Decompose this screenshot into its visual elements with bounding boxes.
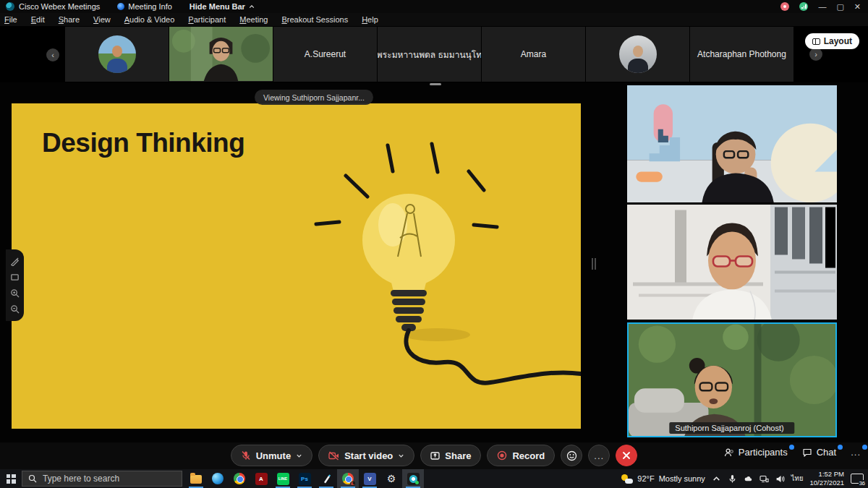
chevron-up-icon	[249, 4, 255, 9]
hide-menu-bar-button[interactable]: Hide Menu Bar	[190, 2, 255, 11]
participant-tile-avatar[interactable]	[65, 27, 169, 82]
taskbar-line[interactable]: LINE	[272, 469, 294, 488]
start-video-button[interactable]: Start video	[318, 445, 414, 466]
taskbar-settings[interactable]: ⚙	[380, 469, 402, 488]
filmstrip-scroll-left-button[interactable]: ‹	[46, 48, 59, 61]
minimize-button[interactable]: —	[818, 3, 826, 11]
record-icon	[497, 450, 507, 461]
close-x-icon	[622, 451, 631, 460]
avatar	[619, 35, 657, 73]
video-tile[interactable]	[627, 205, 837, 320]
edge-icon	[212, 473, 224, 484]
meeting-controlbar: Unmute Start video Share Record ...	[0, 442, 868, 469]
participant-tile-name[interactable]: Amara	[482, 27, 586, 82]
filmstrip-scroll-right-button[interactable]: ›	[809, 48, 822, 61]
participant-tile-name[interactable]: A.Sureerut	[273, 27, 378, 82]
taskbar-edge[interactable]	[207, 469, 229, 488]
menu-audio-video[interactable]: Audio & Video	[124, 15, 175, 24]
taskbar-pen-app[interactable]	[315, 469, 337, 488]
notification-dot	[789, 445, 794, 450]
participant-tile-video[interactable]	[169, 27, 273, 82]
search-input[interactable]	[43, 474, 166, 484]
participant-video	[629, 324, 835, 436]
menu-help[interactable]: Help	[362, 15, 378, 24]
taskbar-photoshop[interactable]: Ps	[294, 469, 315, 488]
titlebar: Cisco Webex Meetings Meeting Info Hide M…	[0, 0, 868, 13]
maximize-button[interactable]: ▢	[836, 3, 843, 11]
shared-content-stage: Design Thinking Viewing Suthiporn Sajjap…	[0, 82, 868, 442]
share-button[interactable]: Share	[420, 445, 481, 466]
video-tile[interactable]	[627, 85, 837, 202]
participants-button[interactable]: Participants	[724, 447, 788, 458]
taskbar-chrome[interactable]	[229, 469, 250, 488]
participant-tile-name[interactable]: Atcharaphan Phothong	[690, 27, 794, 82]
taskbar-file-explorer[interactable]	[185, 469, 207, 488]
participant-video-thumbnail	[169, 27, 273, 81]
active-speaker-label: Suthiporn Sajjapanroj (Cohost)	[669, 422, 794, 434]
panel-splitter-handle[interactable]	[592, 258, 596, 270]
layout-button[interactable]: Layout	[805, 33, 859, 49]
pen-app-icon	[321, 474, 332, 484]
visio-icon: V	[364, 473, 376, 485]
filmstrip-resize-handle[interactable]	[430, 83, 441, 85]
notification-count-badge: 36	[859, 480, 866, 487]
avatar	[98, 35, 136, 73]
zoom-in-icon[interactable]	[10, 288, 20, 298]
reactions-button[interactable]	[561, 445, 582, 466]
taskbar-visio[interactable]: V	[359, 469, 380, 488]
menu-share[interactable]: Share	[59, 15, 80, 24]
unmute-button[interactable]: Unmute	[231, 445, 312, 466]
camera-off-icon	[328, 451, 339, 461]
system-tray: 92°F Mostly sunny ไทย 1:52 PM 10/27/2021…	[621, 470, 868, 487]
taskbar-search[interactable]	[22, 471, 182, 487]
menubar: File Edit Share View Audio & Video Parti…	[0, 13, 868, 26]
webex-app-icon	[407, 473, 420, 485]
close-button[interactable]: ✕	[854, 3, 861, 11]
participant-tile-avatar[interactable]	[586, 27, 690, 82]
active-speaker-video-tile[interactable]: Suthiporn Sajjapanroj (Cohost)	[627, 322, 837, 437]
menu-participant[interactable]: Participant	[188, 15, 226, 24]
zoom-out-icon[interactable]	[10, 304, 20, 314]
record-button[interactable]: Record	[487, 445, 555, 466]
layout-grid-icon	[812, 38, 820, 45]
menu-file[interactable]: File	[4, 15, 17, 24]
slide-title: Design Thinking	[42, 128, 244, 158]
tray-microphone-icon[interactable]	[728, 474, 737, 484]
participant-tile-name[interactable]: พระมหาานพดล ธมมานนุโท	[378, 27, 482, 82]
tray-network-icon[interactable]	[760, 474, 769, 484]
settings-gear-icon: ⚙	[387, 473, 396, 484]
chat-button[interactable]: Chat	[802, 447, 836, 458]
taskbar-clock[interactable]: 1:52 PM 10/27/2021	[809, 470, 844, 487]
tray-onedrive-icon[interactable]	[744, 474, 753, 484]
share-view-toolbar	[6, 249, 24, 321]
leave-meeting-button[interactable]	[616, 445, 637, 466]
webex-window: Cisco Webex Meetings Meeting Info Hide M…	[0, 0, 868, 488]
viewing-banner: Viewing Suthiporn Sajjapanr...	[255, 90, 373, 105]
tray-chevron-up-icon[interactable]	[712, 474, 721, 484]
meeting-info-button[interactable]: Meeting Info	[117, 2, 172, 11]
language-indicator[interactable]: ไทย	[791, 475, 804, 482]
panel-options-button[interactable]: ...	[851, 447, 861, 458]
taskbar-webex[interactable]	[402, 469, 424, 488]
annotate-icon[interactable]	[10, 257, 20, 266]
menu-edit[interactable]: Edit	[31, 15, 45, 24]
taskbar-chrome-profile[interactable]: IL	[337, 469, 359, 488]
tray-speaker-icon[interactable]	[775, 474, 785, 484]
notification-dot	[838, 445, 843, 450]
chrome-icon	[234, 473, 245, 484]
profile-badge: IL	[350, 481, 355, 486]
taskbar-acrobat[interactable]: A	[250, 469, 272, 488]
start-button[interactable]	[0, 469, 22, 488]
participant-filmstrip: ‹ A.Sureerut พระมหาานพดล ธมมานนุโท	[0, 26, 868, 82]
chevron-down-icon[interactable]	[398, 453, 404, 459]
menu-view[interactable]: View	[93, 15, 111, 24]
share-screen-icon	[430, 451, 440, 461]
menu-breakout-sessions[interactable]: Breakout Sessions	[281, 15, 348, 24]
chevron-down-icon[interactable]	[296, 453, 302, 459]
menu-meeting[interactable]: Meeting	[239, 15, 268, 24]
fit-to-window-icon[interactable]	[10, 273, 20, 282]
weather-sun-cloud-icon	[621, 474, 633, 484]
more-options-button[interactable]: ...	[588, 445, 610, 466]
weather-widget[interactable]: 92°F Mostly sunny	[621, 474, 705, 484]
action-center-button[interactable]: 36	[851, 474, 864, 484]
